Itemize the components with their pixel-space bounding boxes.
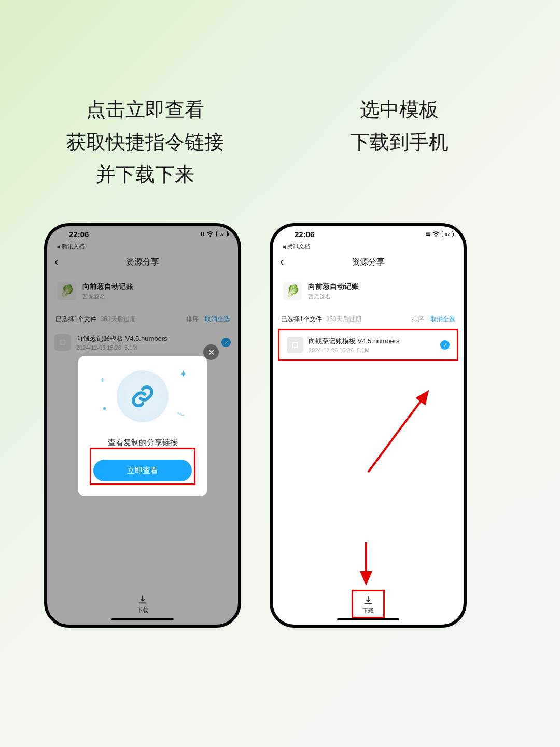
status-icons: 37 [426,231,453,237]
download-button[interactable]: 下载 [137,594,148,614]
status-time: 22:06 [69,230,89,239]
file-icon [54,334,71,351]
file-name: 向钱葱记账模板 V4.5.numbers [76,334,216,343]
download-icon [137,594,148,605]
profile-name: 向前葱自动记账 [82,282,133,292]
annotation-arrow-down [356,540,376,591]
profile-block: 🥬 向前葱自动记账 暂无签名 [273,272,464,311]
sparkle-icon: + [100,376,104,384]
profile-name: 向前葱自动记账 [308,282,359,292]
sort-button[interactable]: 排序 [186,315,199,324]
sparkle-icon [103,407,106,410]
status-time: 22:06 [295,230,314,239]
download-button[interactable]: 下载 [362,594,374,615]
highlight-box: 立即查看 [90,448,195,485]
sort-button[interactable]: 排序 [412,315,424,324]
breadcrumb[interactable]: 腾讯文档 [47,242,238,252]
selected-count: 已选择1个文件 [55,315,96,324]
file-meta: 2024-12-06 15:26 5.1M [309,347,435,353]
profile-sub: 暂无签名 [82,293,133,300]
selected-count: 已选择1个文件 [281,315,322,324]
download-icon [362,594,374,606]
status-bar: 22:06 37 [47,226,238,242]
profile-block: 🥬 向前葱自动记账 暂无签名 [47,272,238,311]
close-icon[interactable]: ✕ [203,344,219,360]
breadcrumb[interactable]: 腾讯文档 [273,242,464,252]
expire-text: 363天后过期 [326,315,412,324]
profile-sub: 暂无签名 [308,293,359,300]
cancel-select-button[interactable]: 取消全选 [205,315,230,324]
home-indicator [111,618,174,620]
sparkle-icon: ✦ [179,368,187,380]
download-label: 下载 [137,606,148,614]
download-label: 下载 [362,607,374,615]
battery-icon: 37 [442,231,453,237]
nav-header: ‹ 资源分享 [47,252,238,272]
view-now-button[interactable]: 立即查看 [93,460,192,481]
share-link-modal: ✕ + ✦ 〰 查看复制的分享链接 立即查看 [78,356,207,496]
check-icon[interactable]: ✓ [221,338,231,347]
phone-left: 22:06 37 腾讯文档 ‹ 资源分享 🥬 向前葱自动记账 暂无签名 已选择1… [44,223,241,628]
nav-title: 资源分享 [126,257,159,268]
signal-icon [426,232,430,236]
wifi-icon [206,231,214,237]
signal-icon [201,232,204,236]
nav-header: ‹ 资源分享 [273,252,464,272]
file-icon [287,337,303,353]
selection-row: 已选择1个文件 363天后过期 排序 取消全选 [273,311,464,328]
back-icon[interactable]: ‹ [54,255,58,269]
status-bar: 22:06 37 [273,226,464,242]
sparkle-icon: 〰 [176,410,186,420]
wifi-icon [432,231,440,237]
home-indicator [337,618,399,620]
nav-title: 资源分享 [352,257,385,268]
caption-right: 选中模板 下载到手机 [301,93,498,158]
file-meta: 2024-12-06 15:26 5.1M [76,344,216,351]
cancel-select-button[interactable]: 取消全选 [430,315,455,324]
link-illustration: + ✦ 〰 [117,370,169,422]
caption-left: 点击立即查看 获取快捷指令链接 并下载下来 [47,93,244,191]
highlight-box: 下载 [352,590,385,618]
file-name: 向钱葱记账模板 V4.5.numbers [309,337,435,346]
bottom-bar: 下载 [47,583,238,625]
file-row[interactable]: 向钱葱记账模板 V4.5.numbers 2024-12-06 15:26 5.… [279,330,457,359]
check-icon[interactable]: ✓ [440,340,450,350]
avatar: 🥬 [283,282,302,300]
link-icon [130,384,155,409]
highlight-box: 向钱葱记账模板 V4.5.numbers 2024-12-06 15:26 5.… [278,329,458,361]
status-icons: 37 [201,231,228,237]
annotation-arrow-diagonal [358,384,441,482]
avatar: 🥬 [58,282,76,300]
expire-text: 363天后过期 [101,315,186,324]
back-icon[interactable]: ‹ [280,255,284,269]
selection-row: 已选择1个文件 363天后过期 排序 取消全选 [47,311,238,328]
modal-text: 查看复制的分享链接 [108,438,178,448]
battery-icon: 37 [216,231,228,237]
svg-line-0 [368,392,428,472]
